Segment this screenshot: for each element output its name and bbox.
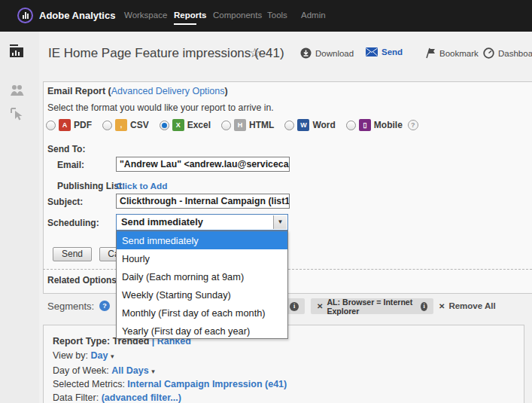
email-report-heading: Email Report (Advanced Delivery Options) <box>47 84 228 97</box>
view-by-value-link[interactable]: Day <box>91 350 108 361</box>
chevron-down-icon[interactable]: ▾ <box>111 353 114 360</box>
close-icon[interactable]: ✕ <box>317 302 323 310</box>
format-pdf: A PDF <box>46 119 92 131</box>
format-csv: , CSV <box>102 119 149 131</box>
adobe-analytics-window: Adobe Analytics Workspace Reports Compon… <box>0 0 532 403</box>
download-button[interactable]: Download <box>300 47 354 59</box>
info-icon[interactable]: i <box>290 302 299 311</box>
remove-all-segments[interactable]: ✕ Remove All <box>439 301 496 310</box>
chevron-down-icon[interactable]: ▾ <box>151 368 155 375</box>
dropdown-option-send-immediately[interactable]: Send immediately <box>117 231 287 249</box>
info-icon[interactable]: i <box>421 302 427 311</box>
dropdown-option-monthly[interactable]: Monthly (First day of each month) <box>117 304 287 322</box>
subject-label: Subject: <box>47 197 83 207</box>
data-filter-line: Data Filter: (advanced filter...) <box>53 392 181 403</box>
dropdown-option-weekly[interactable]: Weekly (Starting Sunday) <box>117 285 287 304</box>
format-html: H HTML <box>221 119 274 131</box>
favorite-star-icon[interactable]: ☆ <box>249 45 260 61</box>
segments-label: Segments: <box>47 301 94 312</box>
html-radio[interactable] <box>221 121 231 130</box>
subject-input[interactable]: Clickthrough - Internal Campaign (list1)… <box>116 194 290 209</box>
view-by-line: View by: Day ▾ <box>53 350 114 361</box>
pdf-icon: A <box>59 119 71 131</box>
envelope-icon <box>366 47 378 56</box>
publishing-list-label: Publishing List: <box>57 181 125 191</box>
dropdown-option-daily[interactable]: Daily (Each morning at 9am) <box>117 267 287 285</box>
scheduling-label: Scheduling: <box>47 218 99 228</box>
nav-active-underline <box>174 23 196 25</box>
nav-components[interactable]: Components <box>213 11 262 20</box>
segment-chip-label: AL: Browser = Internet Explorer <box>327 298 417 316</box>
pdf-radio[interactable] <box>46 121 56 130</box>
bookmark-icon <box>424 47 436 59</box>
top-header: Adobe Analytics Workspace Reports Compon… <box>0 0 532 32</box>
segment-chip-browser: ✕ AL: Browser = Internet Explorer i <box>311 298 433 314</box>
scheduling-dropdown-list: Send immediately Hourly Daily (Each morn… <box>116 231 288 339</box>
mobile-radio[interactable] <box>346 121 356 130</box>
advanced-delivery-options-link[interactable]: Advanced Delivery Options <box>111 86 225 96</box>
dropdown-option-hourly[interactable]: Hourly <box>117 249 287 267</box>
word-radio[interactable] <box>284 121 294 130</box>
format-excel: X Excel <box>160 119 211 131</box>
selected-metrics-line: Selected Metrics: Internal Campaign Impr… <box>53 379 287 389</box>
nav-admin[interactable]: Admin <box>301 11 326 20</box>
download-icon <box>300 47 312 59</box>
dropdown-option-yearly[interactable]: Yearly (First day of each year) <box>117 322 287 340</box>
send-button[interactable]: Send <box>53 247 92 261</box>
dashboard-button[interactable]: Dashboard <box>483 47 532 59</box>
chevron-down-icon[interactable]: ▼ <box>273 215 287 229</box>
users-icon[interactable] <box>9 83 26 98</box>
left-sidebar <box>0 32 39 403</box>
excel-radio-selected[interactable] <box>160 121 169 130</box>
day-of-week-value-link[interactable]: All Days <box>111 365 148 376</box>
selected-metrics-link[interactable]: Internal Campaign Impression (e41) <box>127 379 287 389</box>
send-to-label: Send To: <box>47 144 85 154</box>
segments-help-icon[interactable]: ? <box>99 301 110 311</box>
mobile-icon: ▯ <box>359 119 371 131</box>
brand-name: Adobe Analytics <box>39 10 115 21</box>
day-of-week-line: Day of Week: All Days ▾ <box>53 365 155 376</box>
format-word: W Word <box>284 119 335 131</box>
format-options: A PDF , CSV X Excel H HTML W Word ▯ Mobi… <box>46 119 418 131</box>
format-mobile: ▯ Mobile ? <box>346 119 418 131</box>
cursor-select-icon[interactable] <box>9 107 26 122</box>
scheduling-select[interactable]: Send immediately ▼ <box>116 214 288 231</box>
word-icon: W <box>297 119 309 131</box>
html-icon: H <box>234 119 246 131</box>
send-button-toolbar[interactable]: Send <box>366 47 403 56</box>
format-prompt: Select the format you would like your re… <box>47 102 274 113</box>
mobile-help-icon[interactable]: ? <box>408 120 418 130</box>
experience-cloud-logo-icon[interactable] <box>17 8 33 23</box>
nav-tools[interactable]: Tools <box>267 11 287 20</box>
csv-icon: , <box>115 119 127 131</box>
nav-workspace[interactable]: Workspace <box>124 11 167 20</box>
csv-radio[interactable] <box>102 121 112 130</box>
close-icon: ✕ <box>439 302 445 310</box>
email-label: Email: <box>57 160 84 170</box>
report-chart-icon[interactable] <box>9 44 26 59</box>
email-input[interactable]: "Andrew Lau" <andrew.lau@servicecanada.g… <box>116 157 290 172</box>
bookmark-button[interactable]: Bookmark <box>424 47 479 59</box>
nav-reports[interactable]: Reports <box>174 11 206 20</box>
data-filter-link[interactable]: (advanced filter...) <box>102 392 181 403</box>
gauge-icon <box>483 47 494 59</box>
excel-icon: X <box>172 119 184 131</box>
publishing-list-add-link[interactable]: Click to Add <box>116 181 167 191</box>
